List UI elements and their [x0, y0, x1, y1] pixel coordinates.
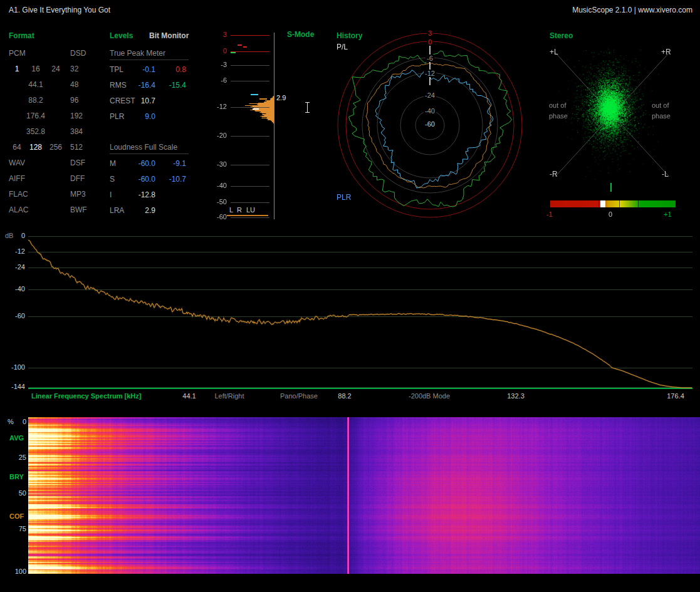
spectrum-x-tick: 44.1 [182, 392, 196, 400]
levels-value: -15.4 [156, 78, 186, 93]
channel-label-lu: LU [246, 206, 255, 214]
meter-scale-label: -6 [208, 76, 227, 84]
levels-row-label: M [110, 156, 116, 171]
format-row: 352.8384 [9, 124, 97, 140]
polar-ring-label: 3 [427, 29, 433, 37]
track-title: A1. Give It Everything You Got [9, 6, 110, 14]
meter-scale-line [231, 217, 269, 218]
levels-value: -9.1 [156, 156, 186, 171]
format-cell: 192 [70, 108, 83, 124]
corner-label-plus-l: +L [550, 48, 558, 56]
correlation-marker [600, 200, 605, 207]
channel-label-right: R [237, 206, 242, 214]
polar-ring-label: -40 [424, 107, 436, 115]
spectrum-x-tick: 176.4 [667, 392, 684, 400]
format-row: ALACBWF [9, 202, 97, 218]
level-mark [243, 46, 247, 48]
correlation-divider [619, 200, 620, 207]
meter-scale-line [231, 65, 269, 66]
format-row: AIFFDFF [9, 171, 97, 187]
format-cell: 176.4 [25, 108, 46, 124]
spectrogram-pct-tick: 75 [0, 525, 26, 532]
meter-scale-line [231, 202, 269, 203]
meter-scale-line [231, 51, 269, 52]
format-cell: ALAC [9, 202, 28, 218]
level-mark [238, 44, 242, 46]
meter-scale-label: -50 [208, 198, 227, 205]
polar-ring-label: -24 [424, 91, 436, 99]
format-cell: WAV [9, 155, 25, 171]
spectrogram-pct-tick: 25 [0, 454, 26, 461]
correlation-meter [550, 200, 676, 207]
spectrum-axis-title: Linear Frequency Spectrum [kHz] [31, 392, 141, 400]
format-table: PCMDSD116243244.14888.296176.4192352.838… [9, 46, 97, 218]
format-row: 176.4192 [9, 108, 97, 124]
format-cell: 64 [9, 140, 25, 155]
format-cell: MP3 [70, 187, 86, 202]
format-cell: 128 [25, 140, 46, 155]
channel-underline [227, 215, 268, 216]
spectrogram-stat-label: BRY [9, 473, 24, 480]
format-cell: FLAC [9, 187, 28, 202]
musicscope-window: A1. Give It Everything You Got MusicScop… [0, 0, 700, 592]
level-mark [259, 98, 267, 100]
channel-label-left: L [229, 206, 233, 214]
format-row: PCMDSD [9, 46, 97, 61]
meter-scale-label: -20 [208, 132, 227, 139]
format-row: 64128256512 [9, 140, 97, 155]
legend-plr[interactable]: PLR [337, 193, 351, 202]
spectrogram-canvas[interactable] [28, 417, 700, 574]
legend-pl[interactable]: P/L [337, 43, 348, 51]
spectrum-y-tick: 0 [0, 232, 25, 239]
level-histogram-canvas [245, 86, 274, 130]
polar-ring-label: 0 [427, 38, 433, 46]
format-row: WAVDSF [9, 155, 97, 171]
format-cell: 24 [46, 61, 65, 77]
meter-scale-line [231, 35, 269, 36]
levels-section-title: Loudness Full Scale [110, 143, 189, 154]
corner-label-minus-r: -R [550, 170, 558, 179]
polar-ring-label: -6 [426, 55, 434, 62]
levels-row-label: RMS [110, 78, 127, 93]
meter-scale-line [231, 186, 269, 187]
polar-ring-label: -12 [424, 70, 436, 77]
spectrum-x-tick: 88.2 [338, 392, 351, 400]
format-cell: 88.2 [25, 93, 46, 108]
spectrum-canvas [28, 232, 692, 390]
spectrum-mode-button[interactable]: Left/Right [214, 392, 244, 400]
format-cell: DFF [70, 171, 85, 187]
level-mark [231, 52, 236, 53]
spectrogram-pct-tick: 0 [0, 418, 26, 425]
levels-row-label: LRA [110, 203, 124, 218]
spectrum-y-tick: -144 [0, 383, 25, 390]
correlation-zero-label: 0 [609, 210, 612, 218]
format-cell: 32 [70, 61, 78, 77]
meter-scale-label: 0 [208, 47, 227, 55]
polar-ring-label: -60 [424, 120, 436, 128]
app-version: MusicScope 2.1.0 | www.xivero.com [572, 6, 692, 14]
meter-scale-line [231, 136, 269, 137]
spectrum-mode-button[interactable]: Pano/Phase [280, 392, 318, 400]
levels-value: -60.0 [125, 172, 155, 187]
corner-label-minus-l: -L [662, 170, 669, 179]
format-cell: 48 [70, 77, 78, 93]
format-cell: DSF [70, 155, 85, 171]
spectrum-y-tick: -12 [0, 247, 25, 255]
spectrum-x-tick: 132.3 [507, 392, 525, 400]
lra-readout: 2.9 [276, 94, 286, 101]
spectrum-y-tick: -24 [0, 263, 25, 271]
meter-scale-label: -30 [208, 160, 227, 168]
meter-divider [274, 33, 274, 219]
correlation-divider [638, 200, 639, 207]
corner-label-plus-r: +R [661, 48, 671, 56]
levels-value: 0.8 [156, 62, 186, 77]
spectrum-y-tick: -40 [0, 285, 25, 293]
s-mode-button[interactable]: S-Mode [287, 30, 314, 39]
levels-value: -10.7 [156, 172, 186, 187]
spectrum-mode-button[interactable]: -200dB Mode [409, 392, 450, 400]
levels-table: True Peak MeterTPL-0.10.8RMS-16.4-15.4CR… [110, 0, 189, 226]
stereo-panel-title: Stereo [550, 31, 573, 40]
out-of-phase-label-left: out of [549, 101, 567, 109]
meter-scale-label: -60 [208, 213, 227, 221]
levels-section-title: True Peak Meter [110, 49, 189, 60]
